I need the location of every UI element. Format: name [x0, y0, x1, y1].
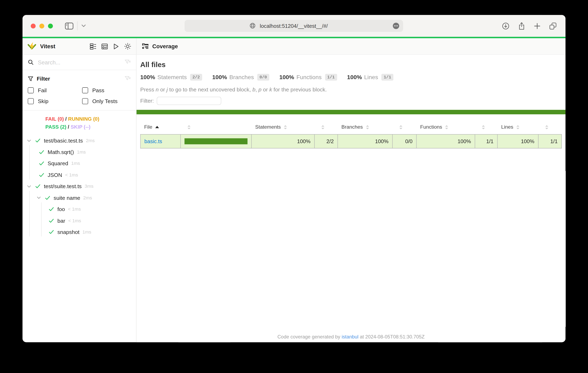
- column-header-lines-ratio[interactable]: [538, 120, 562, 134]
- coverage-table: File Statements Branches Functions Lines: [140, 120, 562, 148]
- sidebar-menu-chevron-icon[interactable]: [81, 24, 86, 27]
- run-all-icon[interactable]: [113, 43, 119, 50]
- test-duration: 1ms: [77, 149, 86, 155]
- istanbul-link[interactable]: istanbul: [342, 334, 358, 340]
- sorter-icon[interactable]: [399, 125, 402, 129]
- pass-check-icon: [45, 196, 50, 200]
- sort-ascending-icon: [155, 126, 159, 128]
- filter-option-only-tests[interactable]: Only Tests: [82, 95, 131, 106]
- address-bar[interactable]: localhost:51204/__vitest__/#/: [185, 20, 403, 32]
- tree-item-math-sqrt[interactable]: Math.sqrt() 1ms: [22, 146, 136, 158]
- filter-section: Filter Fail Pass: [22, 70, 136, 111]
- file-cell: basic.ts: [140, 134, 180, 148]
- sorter-icon[interactable]: [545, 125, 548, 129]
- share-icon[interactable]: [518, 22, 525, 30]
- sidebar-toggle-icon[interactable]: [65, 22, 74, 30]
- fail-checkbox[interactable]: [28, 87, 34, 93]
- filter-option-skip[interactable]: Skip: [28, 95, 82, 106]
- column-header-functions-ratio[interactable]: [475, 120, 497, 134]
- filter-option-pass[interactable]: Pass: [82, 85, 131, 95]
- test-duration: 2ms: [86, 138, 95, 143]
- sorter-icon[interactable]: [187, 125, 190, 129]
- metric-ratio-badge: 0/0: [257, 74, 269, 81]
- new-tab-icon[interactable]: [534, 23, 540, 29]
- clear-filter-icon[interactable]: [125, 76, 131, 82]
- pass-checkbox[interactable]: [82, 87, 88, 93]
- column-header-functions[interactable]: Functions: [416, 120, 475, 134]
- test-duration: < 1ms: [68, 218, 81, 223]
- coverage-filter-input[interactable]: [157, 97, 221, 105]
- tree-item-foo[interactable]: foo < 1ms: [22, 204, 136, 215]
- skip-checkbox[interactable]: [28, 98, 34, 104]
- page-options-icon[interactable]: [393, 22, 399, 29]
- sorter-icon[interactable]: [516, 125, 519, 129]
- pass-check-icon: [49, 230, 54, 234]
- test-duration: 1ms: [83, 229, 91, 235]
- coverage-folder-icon: [142, 43, 149, 50]
- search-input[interactable]: [37, 59, 121, 66]
- pass-check-icon: [35, 138, 41, 143]
- tree-item-basic-test-file[interactable]: test/basic.test.ts 2ms: [22, 135, 136, 146]
- search-bar: [22, 55, 136, 70]
- clear-search-filter-icon[interactable]: [125, 59, 131, 65]
- tree-item-json[interactable]: JSON < 1ms: [22, 169, 136, 181]
- all-files-heading: All files: [140, 61, 566, 69]
- column-header-branches-ratio[interactable]: [392, 120, 416, 134]
- coverage-filter-label: Filter:: [140, 98, 154, 104]
- only-tests-checkbox[interactable]: [82, 98, 88, 104]
- column-header-statements-ratio[interactable]: [315, 120, 338, 134]
- sorter-icon[interactable]: [482, 125, 485, 129]
- coverage-chart-cell: [181, 134, 252, 148]
- file-link[interactable]: basic.ts: [145, 138, 162, 144]
- browser-window: localhost:51204/__vitest__/#/: [22, 15, 566, 342]
- sidebar-header: Vitest: [22, 38, 136, 55]
- column-header-lines[interactable]: Lines: [497, 120, 538, 134]
- sorter-icon[interactable]: [366, 125, 369, 129]
- metric-ratio-badge: 1/1: [381, 74, 393, 81]
- coverage-metrics: 100% Statements 2/2 100% Branches 0/0 10…: [140, 74, 566, 81]
- tree-item-suite-test-file[interactable]: test/suite.test.ts 3ms: [22, 181, 136, 192]
- test-duration: < 1ms: [68, 207, 81, 212]
- chevron-down-icon[interactable]: [37, 196, 41, 199]
- pass-count: PASS (2): [45, 124, 66, 130]
- sorter-icon[interactable]: [445, 125, 448, 129]
- skip-count: SKIP (--): [71, 124, 90, 130]
- tree-item-snapshot[interactable]: snapshot 1ms: [22, 226, 136, 238]
- fail-count: FAIL (0): [45, 116, 64, 122]
- dashboard-icon[interactable]: [101, 43, 108, 50]
- sorter-icon[interactable]: [321, 125, 324, 129]
- coverage-table-header-row: File Statements Branches Functions Lines: [140, 120, 561, 134]
- tree-item-squared[interactable]: Squared 1ms: [22, 158, 136, 169]
- metric-branches: 100% Branches 0/0: [212, 74, 269, 81]
- test-duration: 1ms: [71, 161, 80, 166]
- chevron-down-icon[interactable]: [27, 185, 32, 188]
- tree-item-bar[interactable]: bar < 1ms: [22, 215, 136, 226]
- vitest-sidebar: Vitest: [22, 38, 136, 342]
- filter-option-fail[interactable]: Fail: [28, 85, 82, 95]
- search-icon: [28, 59, 34, 65]
- keyboard-hint: Press n or j to go to the next uncovered…: [140, 86, 566, 93]
- tree-item-suite-name[interactable]: suite name 2ms: [22, 192, 136, 204]
- zoom-window-button[interactable]: [48, 23, 53, 28]
- close-window-button[interactable]: [31, 23, 36, 28]
- theme-sun-icon[interactable]: [124, 43, 131, 50]
- lines-ratio-cell: 1/1: [538, 134, 562, 148]
- tree-guide-line: [29, 191, 30, 237]
- tree-guide-line: [41, 202, 42, 237]
- minimize-window-button[interactable]: [39, 23, 44, 28]
- column-header-file[interactable]: File: [140, 120, 180, 134]
- column-header-statements[interactable]: Statements: [252, 120, 315, 134]
- test-run-summary: FAIL (0) / RUNNING (0) PASS (2) / SKIP (…: [22, 111, 136, 134]
- column-header-chart[interactable]: [181, 120, 252, 134]
- chevron-down-icon[interactable]: [27, 139, 32, 142]
- screen: localhost:51204/__vitest__/#/: [0, 0, 588, 373]
- tree-guide-line: [29, 145, 30, 180]
- vitest-logo: [27, 42, 36, 51]
- column-header-branches[interactable]: Branches: [338, 120, 393, 134]
- downloads-icon[interactable]: [502, 22, 509, 30]
- metric-lines: 100% Lines 1/1: [347, 74, 393, 81]
- list-tree-icon[interactable]: [90, 43, 96, 50]
- tab-overview-icon[interactable]: [549, 22, 556, 30]
- metric-ratio-badge: 1/1: [325, 74, 337, 81]
- sorter-icon[interactable]: [284, 125, 287, 129]
